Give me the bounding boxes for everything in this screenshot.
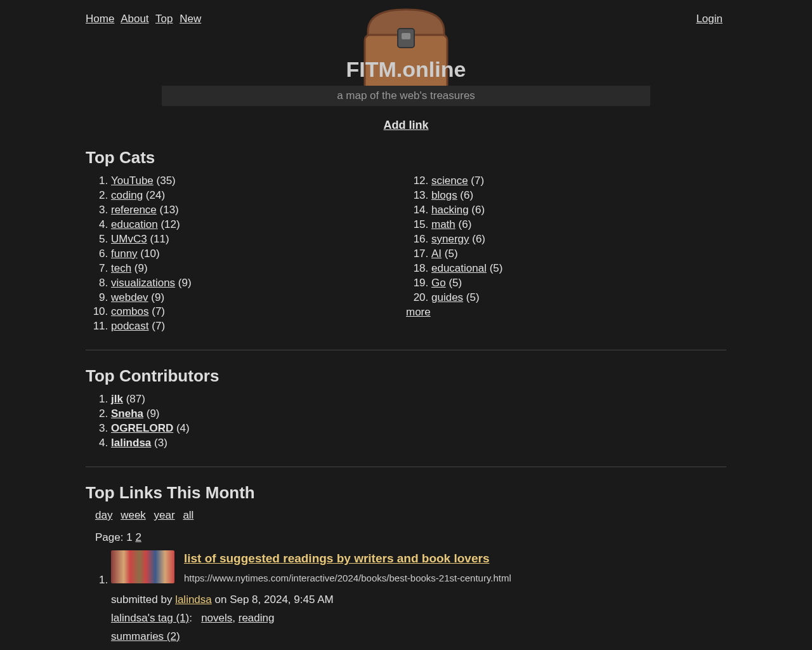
submitted-date: on Sep 8, 2024, 9:45 AM	[215, 594, 334, 606]
pagination: Page: 1 2	[86, 531, 726, 544]
tag-novels[interactable]: novels	[201, 612, 232, 624]
cat-item: YouTube (35)	[111, 174, 406, 189]
cat-count: (24)	[143, 189, 165, 201]
cat-item: education (12)	[111, 218, 406, 232]
cat-link[interactable]: educational	[431, 262, 487, 274]
cat-count: (13)	[157, 204, 179, 216]
cat-item: AI (5)	[431, 247, 726, 262]
cat-link[interactable]: blogs	[431, 189, 457, 201]
cat-count: (5)	[442, 248, 458, 260]
cat-count: (6)	[469, 233, 486, 245]
top-contributors-heading: Top Contributors	[86, 366, 726, 386]
submitter-link[interactable]: lalindsa	[175, 594, 212, 606]
period-all[interactable]: all	[183, 509, 193, 521]
cat-link[interactable]: hacking	[431, 204, 469, 216]
cat-count: (7)	[468, 175, 485, 187]
contributor-link[interactable]: jlk	[111, 393, 123, 405]
user-tag-link[interactable]: lalindsa's tag (1)	[111, 612, 189, 624]
top-cats-heading: Top Cats	[86, 148, 726, 168]
contributor-item: OGRELORD (4)	[111, 421, 726, 436]
cat-item: UMvC3 (11)	[111, 232, 406, 247]
cat-count: (9)	[131, 262, 148, 274]
cat-item: Go (5)	[431, 276, 726, 291]
tagline: a map of the web's treasures	[162, 86, 650, 106]
cat-item: reference (13)	[111, 203, 406, 218]
cat-count: (9)	[148, 291, 165, 303]
contributor-item: Sneha (9)	[111, 407, 726, 421]
page-2-link[interactable]: 2	[135, 531, 141, 543]
page-label: Page:	[95, 531, 123, 543]
cat-count: (5)	[463, 291, 480, 303]
cat-count: (12)	[158, 218, 180, 230]
cat-item: webdev (9)	[111, 291, 406, 305]
cat-link[interactable]: synergy	[431, 233, 469, 245]
cat-link[interactable]: YouTube	[111, 175, 154, 187]
cat-item: podcast (7)	[111, 319, 406, 334]
cat-count: (7)	[149, 320, 166, 332]
contributor-count: (87)	[123, 393, 145, 405]
cat-link[interactable]: AI	[431, 248, 442, 260]
cat-item: educational (5)	[431, 262, 726, 276]
cat-count: (5)	[487, 262, 503, 274]
cat-link[interactable]: visualizations	[111, 277, 175, 289]
cat-count: (6)	[455, 218, 472, 230]
cat-count: (6)	[457, 189, 474, 201]
link-title[interactable]: list of suggested readings by writers an…	[184, 552, 489, 565]
cat-link[interactable]: coding	[111, 189, 143, 201]
cat-link[interactable]: tech	[111, 262, 131, 274]
contributor-link[interactable]: Sneha	[111, 408, 143, 420]
header: FITM.online a map of the web's treasures	[86, 0, 726, 106]
more-cats-link[interactable]: more	[406, 306, 431, 319]
period-year[interactable]: year	[154, 509, 175, 521]
contributor-link[interactable]: lalindsa	[111, 437, 151, 449]
contributor-item: lalindsa (3)	[111, 436, 726, 451]
cat-count: (9)	[175, 277, 192, 289]
cat-link[interactable]: math	[431, 218, 455, 230]
contributor-count: (9)	[143, 408, 160, 420]
cat-item: visualizations (9)	[111, 276, 406, 291]
cat-item: synergy (6)	[431, 232, 726, 247]
cat-count: (5)	[446, 277, 462, 289]
top-links-heading: Top Links This Month	[86, 483, 726, 503]
cat-item: funny (10)	[111, 247, 406, 262]
cat-count: (11)	[147, 233, 169, 245]
contributor-count: (4)	[173, 422, 190, 434]
cat-item: hacking (6)	[431, 203, 726, 218]
contributor-item: jlk (87)	[111, 392, 726, 407]
site-title: FITM.online	[86, 57, 726, 82]
cat-link[interactable]: UMvC3	[111, 233, 147, 245]
cat-count: (35)	[154, 175, 176, 187]
contributor-count: (3)	[151, 437, 167, 449]
divider	[86, 350, 726, 350]
cat-link[interactable]: Go	[431, 277, 446, 289]
svg-rect-2	[402, 33, 410, 39]
summaries-link[interactable]: summaries (2)	[111, 630, 180, 642]
cat-link[interactable]: reference	[111, 204, 157, 216]
contributor-link[interactable]: OGRELORD	[111, 422, 173, 434]
cat-link[interactable]: webdev	[111, 291, 148, 303]
cat-link[interactable]: education	[111, 218, 158, 230]
cat-item: coding (24)	[111, 189, 406, 203]
cat-count: (7)	[149, 305, 166, 317]
cat-link[interactable]: science	[431, 175, 468, 187]
cat-count: (10)	[138, 248, 160, 260]
cat-item: tech (9)	[111, 262, 406, 276]
cat-link[interactable]: combos	[111, 305, 149, 317]
page-current: 1	[126, 531, 132, 543]
link-thumbnail	[111, 550, 174, 583]
cat-item: science (7)	[431, 174, 726, 189]
divider	[86, 467, 726, 467]
link-url: https://www.nytimes.com/interactive/2024…	[184, 572, 511, 585]
submitted-by-label: submitted by	[111, 594, 172, 606]
cat-item: combos (7)	[111, 305, 406, 319]
cat-link[interactable]: guides	[431, 291, 463, 303]
period-day[interactable]: day	[95, 509, 112, 521]
period-week[interactable]: week	[121, 509, 146, 521]
cat-link[interactable]: funny	[111, 248, 138, 260]
cat-link[interactable]: podcast	[111, 320, 149, 332]
link-item: list of suggested readings by writers an…	[111, 550, 726, 650]
add-link[interactable]: Add link	[384, 119, 429, 131]
tag-reading[interactable]: reading	[239, 612, 275, 624]
cat-item: blogs (6)	[431, 189, 726, 203]
cat-item: guides (5)	[431, 291, 726, 305]
